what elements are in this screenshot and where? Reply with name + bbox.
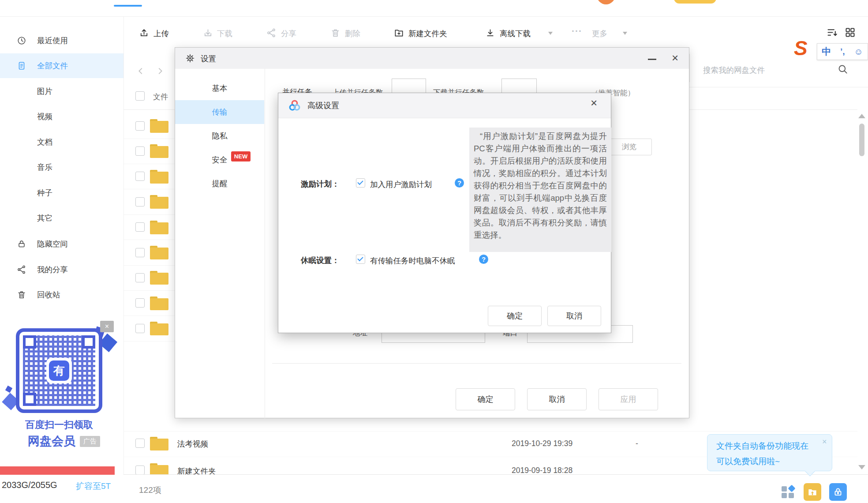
- ime-lang-toggle[interactable]: 中: [822, 45, 831, 58]
- sidebar-item-pictures[interactable]: 图片: [0, 79, 123, 104]
- ime-punct-toggle[interactable]: ’,: [840, 47, 845, 56]
- settings-titlebar[interactable]: [175, 48, 689, 69]
- close-icon[interactable]: ×: [591, 96, 597, 110]
- file-column-header[interactable]: 文件: [153, 92, 168, 102]
- download-button[interactable]: 下载: [217, 28, 232, 39]
- qr-finder: [82, 335, 95, 349]
- folder-icon: [150, 437, 168, 450]
- search-input[interactable]: [702, 62, 832, 79]
- offline-download-button[interactable]: 离线下载: [500, 28, 531, 39]
- row-checkbox[interactable]: [135, 121, 145, 131]
- sleep-checkbox-label[interactable]: 有传输任务时电脑不休眠: [370, 255, 455, 266]
- tab-basic[interactable]: 基本: [175, 76, 264, 100]
- qr-ad-line2-text: 网盘会员: [28, 433, 75, 449]
- ime-emoji-icon[interactable]: ☺: [854, 47, 863, 57]
- sidebar-item-docs[interactable]: 文档: [0, 130, 123, 154]
- share-toolbar-icon: [266, 28, 277, 38]
- sidebar-item-music[interactable]: 音乐: [0, 155, 123, 180]
- help-icon[interactable]: ?: [455, 178, 464, 188]
- row-checkbox[interactable]: [135, 324, 145, 333]
- qr-logo: 有: [46, 358, 72, 383]
- top-divider: [0, 16, 868, 17]
- chevron-down-icon[interactable]: [548, 32, 553, 35]
- ime-bar[interactable]: 中 ’, ☺: [817, 43, 868, 60]
- sidebar-item-my-shares[interactable]: 我的分享: [0, 257, 123, 282]
- header-border: [689, 109, 857, 110]
- auto-backup-button[interactable]: [804, 483, 821, 501]
- settings-ok-button[interactable]: 确定: [456, 388, 515, 410]
- grid-view-icon[interactable]: [844, 26, 856, 38]
- sidebar-item-label: 隐藏空间: [37, 239, 68, 249]
- row-divider: [123, 431, 857, 432]
- close-icon[interactable]: ×: [672, 51, 678, 65]
- settings-cancel-button[interactable]: 取消: [527, 388, 587, 410]
- close-icon[interactable]: ×: [822, 437, 827, 447]
- qr-code[interactable]: 有: [16, 328, 102, 413]
- incentive-checkbox[interactable]: [356, 178, 365, 188]
- sidebar-item-torrents[interactable]: 种子: [0, 180, 123, 205]
- forward-icon[interactable]: [155, 66, 165, 76]
- file-name[interactable]: 法考视频: [177, 439, 208, 449]
- sleep-label: 休眠设置：: [301, 255, 340, 266]
- row-divider: [124, 164, 175, 164]
- sidebar-item-other[interactable]: 其它: [0, 206, 123, 230]
- share-button[interactable]: 分享: [281, 28, 296, 39]
- scroll-down-arrow[interactable]: [858, 465, 865, 469]
- row-checkbox[interactable]: [135, 439, 145, 448]
- search-divider: [689, 54, 690, 82]
- settings-apply-button[interactable]: 应用: [599, 388, 658, 410]
- backup-tip-bubble: 文件夹自动备份功能现在 可以免费试用啦~ ×: [707, 434, 832, 471]
- sort-view-icon[interactable]: [826, 26, 838, 38]
- footer-divider: [272, 363, 681, 364]
- row-checkbox[interactable]: [135, 465, 145, 475]
- back-icon[interactable]: [136, 66, 146, 76]
- row-checkbox[interactable]: [135, 146, 145, 156]
- modal-ok-button[interactable]: 确定: [488, 306, 542, 326]
- backup-tip-line2: 可以免费试用啦~: [716, 456, 780, 467]
- netdisk-logo-icon: [288, 99, 301, 112]
- tab-privacy[interactable]: 隐私: [175, 124, 264, 148]
- sidebar-item-videos[interactable]: 视频: [0, 104, 123, 129]
- sidebar-item-recycle-bin[interactable]: 回收站: [0, 282, 123, 307]
- minimize-button[interactable]: [648, 59, 656, 60]
- sidebar-item-recent[interactable]: 最近使用: [0, 28, 123, 53]
- scrollbar-thumb[interactable]: [859, 124, 864, 156]
- settings-title: 设置: [201, 53, 216, 64]
- mini-apps-icon[interactable]: [782, 485, 795, 499]
- incentive-checkbox-label[interactable]: 加入用户激励计划: [370, 179, 432, 190]
- file-date: 2019-10-29 19:39: [512, 439, 572, 448]
- incentive-tooltip: “用户激励计划”是百度网盘为提升PC客户端用户体验而推出的一项活动。开启后根据用…: [469, 128, 611, 252]
- tab-transfer[interactable]: 传输: [175, 100, 264, 124]
- row-checkbox[interactable]: [135, 222, 145, 232]
- row-checkbox[interactable]: [135, 298, 145, 308]
- new-folder-button[interactable]: 新建文件夹: [408, 28, 447, 39]
- sidebar-item-all-files[interactable]: 全部文件: [0, 53, 123, 78]
- chevron-down-icon[interactable]: [623, 32, 627, 35]
- avatar-cut: [597, 0, 615, 4]
- storage-upgrade-link[interactable]: 扩容至5T: [76, 480, 111, 492]
- upload-button[interactable]: 上传: [153, 28, 169, 39]
- row-checkbox[interactable]: [135, 273, 145, 282]
- row-checkbox[interactable]: [135, 248, 145, 257]
- modal-title: 高级设置: [307, 100, 339, 111]
- tab-reminder[interactable]: 提醒: [175, 172, 264, 195]
- folder-icon: [150, 297, 168, 310]
- scroll-up-arrow[interactable]: [858, 114, 865, 118]
- hidden-space-button[interactable]: [829, 483, 847, 501]
- row-checkbox[interactable]: [135, 172, 145, 181]
- select-all-checkbox[interactable]: [135, 91, 145, 101]
- qr-ad-close-button[interactable]: ×: [100, 321, 114, 332]
- row-checkbox[interactable]: [135, 197, 145, 206]
- tab-security[interactable]: 安全: [175, 148, 264, 172]
- more-button[interactable]: 更多: [592, 28, 607, 39]
- help-icon[interactable]: ?: [479, 255, 488, 264]
- qr-cube: [5, 386, 12, 393]
- modal-cancel-button[interactable]: 取消: [547, 306, 601, 326]
- sleep-checkbox[interactable]: [356, 255, 365, 264]
- clock-icon: [17, 36, 26, 45]
- search-icon[interactable]: [837, 64, 849, 75]
- delete-button[interactable]: 删除: [345, 28, 360, 39]
- upload-icon: [139, 28, 149, 38]
- ime-logo[interactable]: S: [794, 36, 808, 60]
- sidebar-item-hidden-space[interactable]: 隐藏空间: [0, 232, 123, 256]
